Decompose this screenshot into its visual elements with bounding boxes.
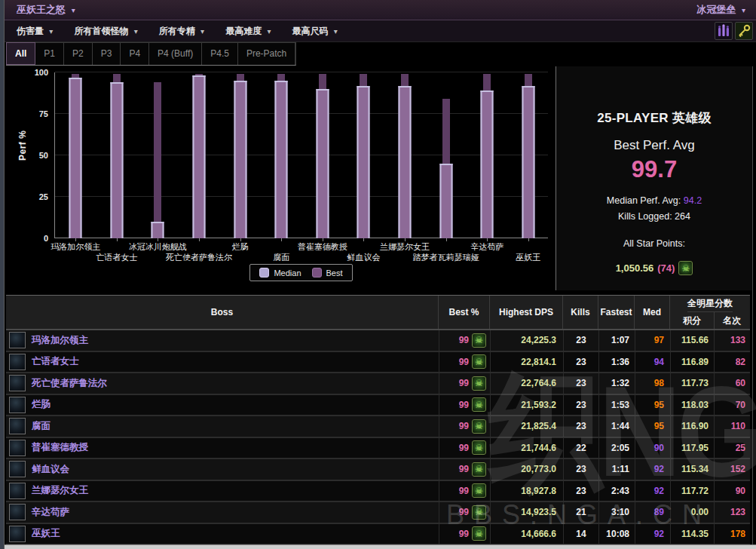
- fastest-cell[interactable]: 2:05: [599, 438, 635, 459]
- allstar-rank-cell[interactable]: 60: [715, 373, 750, 394]
- allstar-rank-cell[interactable]: 90: [715, 481, 750, 501]
- boss-name-link[interactable]: 玛洛加尔领主: [32, 334, 88, 347]
- unholy-skull-icon[interactable]: ☠: [472, 376, 486, 391]
- best-percent-value[interactable]: 99: [459, 464, 469, 474]
- unholy-skull-icon[interactable]: ☠: [472, 462, 486, 477]
- bar-group-普崔塞德教授[interactable]: [315, 72, 330, 238]
- fastest-cell[interactable]: 1:44: [599, 416, 635, 437]
- highest-dps-cell[interactable]: 14,666.6: [491, 524, 564, 544]
- bar-group-腐面[interactable]: [274, 72, 289, 238]
- key-icon[interactable]: [735, 22, 753, 40]
- table-row[interactable]: 烂肠99☠21,593.2231:5395118.0370: [6, 395, 750, 417]
- characters-icon[interactable]: [715, 22, 733, 40]
- allstar-rank-cell[interactable]: 110: [715, 416, 750, 437]
- table-row[interactable]: 亡语者女士99☠22,814.1231:3694116.8982: [6, 352, 750, 374]
- bar-group-死亡使者萨鲁法尔[interactable]: [191, 72, 207, 238]
- table-row[interactable]: 辛达苟萨99☠14,923.5213:10890.00123: [6, 502, 750, 524]
- table-row[interactable]: 巫妖王99☠14,666.61410:0892114.35178: [6, 524, 750, 546]
- boss-name-link[interactable]: 腐面: [32, 420, 51, 433]
- best-percent-value[interactable]: 99: [459, 335, 469, 345]
- bar-group-烂肠[interactable]: [233, 72, 248, 238]
- unholy-skull-icon[interactable]: ☠: [472, 333, 486, 348]
- bar-group-玛洛加尔领主[interactable]: [68, 72, 83, 238]
- menu-item-最高难度[interactable]: 最高难度 ▾: [225, 25, 271, 38]
- tab-all[interactable]: All: [6, 42, 35, 65]
- fastest-cell[interactable]: 1:32: [599, 373, 635, 394]
- fastest-cell[interactable]: 3:10: [599, 502, 635, 523]
- highest-dps-cell[interactable]: 21,825.4: [491, 416, 564, 437]
- expansion-dropdown[interactable]: 巫妖王之怒 ▾: [17, 3, 75, 17]
- highest-dps-cell[interactable]: 24,225.3: [491, 330, 564, 351]
- tab-p1[interactable]: P1: [35, 42, 64, 65]
- bar-group-亡语者女士[interactable]: [109, 72, 124, 238]
- tab-p2[interactable]: P2: [64, 42, 93, 65]
- unholy-skull-icon[interactable]: ☠: [472, 397, 486, 412]
- menu-item-所有专精[interactable]: 所有专精 ▾: [159, 25, 204, 38]
- table-row[interactable]: 兰娜瑟尔女王99☠18,927.8232:4392117.7290: [6, 481, 750, 503]
- allstar-rank-cell[interactable]: 25: [715, 438, 750, 459]
- unholy-skull-icon[interactable]: ☠: [472, 354, 486, 369]
- allstar-rank-cell[interactable]: 123: [715, 502, 750, 523]
- tab-p3[interactable]: P3: [93, 42, 121, 65]
- allstar-rank-cell[interactable]: 70: [715, 395, 750, 416]
- zone-dropdown[interactable]: 冰冠堡垒 ▾: [696, 3, 745, 17]
- fastest-cell[interactable]: 1:07: [599, 330, 635, 351]
- best-percent-value[interactable]: 99: [459, 529, 469, 539]
- boss-name-link[interactable]: 烂肠: [32, 398, 51, 411]
- boss-name-link[interactable]: 辛达苟萨: [32, 506, 69, 519]
- best-percent-value[interactable]: 99: [459, 421, 469, 431]
- unholy-skull-icon[interactable]: ☠: [472, 419, 486, 434]
- fastest-cell[interactable]: 10:08: [599, 524, 635, 544]
- fastest-cell[interactable]: 1:53: [599, 395, 635, 416]
- bar-group-辛达苟萨[interactable]: [479, 72, 494, 238]
- best-percent-value[interactable]: 99: [459, 400, 469, 410]
- boss-name-link[interactable]: 死亡使者萨鲁法尔: [32, 377, 107, 390]
- tab-p4-buff-[interactable]: P4 (Buff): [149, 42, 202, 65]
- highest-dps-cell[interactable]: 14,923.5: [491, 502, 564, 523]
- bar-group-兰娜瑟尔女王[interactable]: [397, 72, 412, 238]
- best-percent-value[interactable]: 99: [459, 357, 469, 367]
- highest-dps-cell[interactable]: 22,764.6: [491, 373, 564, 394]
- unholy-skull-icon[interactable]: ☠: [472, 483, 486, 498]
- highest-dps-cell[interactable]: 18,927.8: [491, 481, 564, 501]
- allstar-rank-value[interactable]: (74): [657, 262, 675, 274]
- allstar-points-value[interactable]: 1,050.56: [616, 262, 654, 274]
- tab-p4[interactable]: P4: [121, 42, 149, 65]
- allstar-rank-cell[interactable]: 152: [715, 459, 750, 480]
- bar-group-踏梦者瓦莉瑟瑞娅[interactable]: [439, 72, 454, 238]
- bar-group-冰冠冰川炮舰战[interactable]: [150, 72, 165, 238]
- tab-pre-patch[interactable]: Pre-Patch: [238, 42, 295, 65]
- bar-group-鲜血议会[interactable]: [356, 72, 371, 238]
- best-percent-value[interactable]: 99: [459, 443, 469, 453]
- table-row[interactable]: 腐面99☠21,825.4231:4495116.90110: [6, 416, 750, 438]
- menu-item-伤害量[interactable]: 伤害量 ▾: [17, 25, 53, 38]
- best-percent-value[interactable]: 99: [459, 378, 469, 388]
- fastest-cell[interactable]: 1:11: [599, 459, 635, 480]
- unholy-skull-icon[interactable]: ☠: [472, 526, 486, 541]
- highest-dps-cell[interactable]: 21,593.2: [491, 395, 564, 416]
- tab-p4.5[interactable]: P4.5: [202, 42, 238, 65]
- fastest-cell[interactable]: 1:36: [599, 352, 635, 373]
- bar-group-巫妖王[interactable]: [521, 72, 536, 238]
- allstar-rank-cell[interactable]: 133: [715, 330, 750, 351]
- table-row[interactable]: 死亡使者萨鲁法尔99☠22,764.6231:3298117.7360: [6, 373, 750, 395]
- allstar-rank-cell[interactable]: 178: [715, 524, 750, 544]
- boss-name-link[interactable]: 亡语者女士: [32, 355, 79, 368]
- best-percent-value[interactable]: 99: [459, 486, 469, 496]
- highest-dps-cell[interactable]: 22,814.1: [491, 352, 564, 373]
- table-row[interactable]: 鲜血议会99☠20,773.0231:1192115.34152: [6, 459, 750, 481]
- highest-dps-cell[interactable]: 21,744.6: [491, 438, 564, 459]
- menu-item-所有首领怪物[interactable]: 所有首领怪物 ▾: [74, 25, 137, 38]
- table-row[interactable]: 玛洛加尔领主99☠24,225.3231:0797115.66133: [6, 330, 750, 352]
- boss-name-link[interactable]: 巫妖王: [32, 527, 60, 540]
- best-percent-value[interactable]: 99: [459, 507, 469, 517]
- menu-item-最高尺码[interactable]: 最高尺码 ▾: [292, 25, 338, 38]
- fastest-cell[interactable]: 2:43: [599, 481, 635, 501]
- boss-name-link[interactable]: 兰娜瑟尔女王: [32, 484, 88, 497]
- unholy-skull-icon[interactable]: ☠: [472, 505, 486, 520]
- boss-name-link[interactable]: 普崔塞德教授: [32, 441, 88, 454]
- boss-name-link[interactable]: 鲜血议会: [32, 463, 69, 476]
- unholy-skull-icon[interactable]: ☠: [472, 440, 486, 455]
- highest-dps-cell[interactable]: 20,773.0: [491, 459, 564, 480]
- table-row[interactable]: 普崔塞德教授99☠21,744.6222:0590117.9525: [6, 438, 750, 460]
